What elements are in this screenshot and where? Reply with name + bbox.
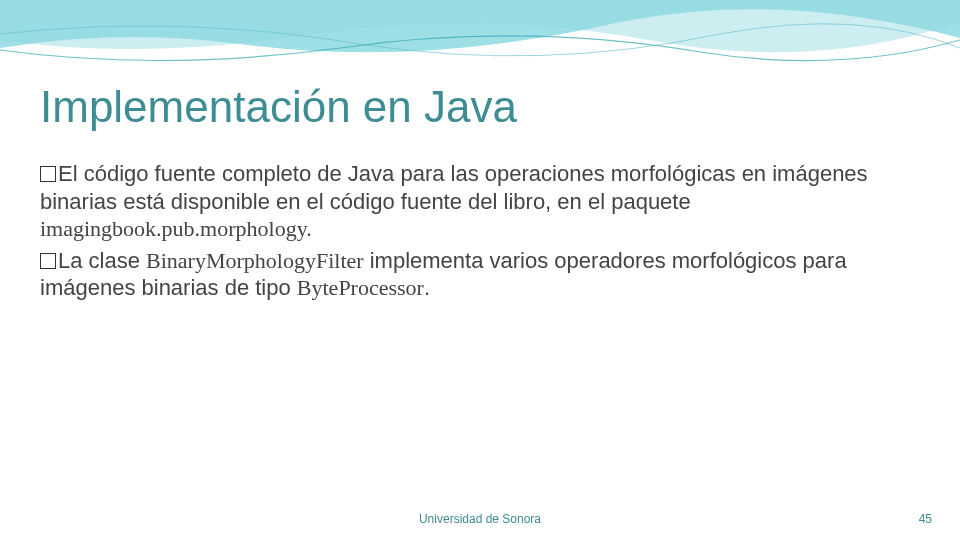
footer-center: Universidad de Sonora xyxy=(0,512,960,526)
bullet-2-lead1: La clase xyxy=(58,248,146,273)
bullet-1-line3a: paquete xyxy=(611,189,691,214)
bullet-2-code2: ByteProcessor xyxy=(297,275,424,300)
bullet-1-code: imagingbook.pub.morphology. xyxy=(40,216,312,241)
wave-svg xyxy=(0,0,960,90)
bullet-1: El código fuente completo de Java para l… xyxy=(40,160,920,243)
wave-decoration xyxy=(0,0,960,90)
slide: Implementación en Java El código fuente … xyxy=(0,0,960,540)
bullet-box-icon xyxy=(40,166,56,182)
slide-body: El código fuente completo de Java para l… xyxy=(40,160,920,306)
bullet-2-code1: BinaryMorphologyFilter xyxy=(146,248,364,273)
bullet-2-mid: implementa varios operadores xyxy=(364,248,672,273)
slide-title: Implementación en Java xyxy=(40,82,517,132)
bullet-2: La clase BinaryMorphologyFilter implemen… xyxy=(40,247,920,302)
bullet-box-icon xyxy=(40,253,56,269)
bullet-2-period: . xyxy=(424,275,430,300)
page-number: 45 xyxy=(919,512,932,526)
bullet-1-lead: El código fuente completo de Java para l… xyxy=(58,161,742,186)
